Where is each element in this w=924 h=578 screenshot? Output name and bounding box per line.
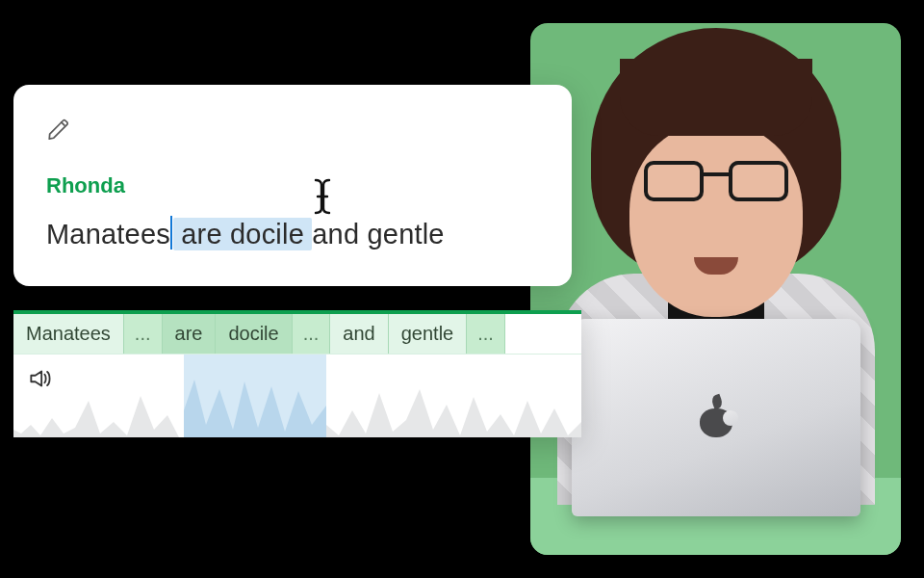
transcript-pre: Manatees	[46, 219, 170, 250]
word-row[interactable]: Manatees...aredocile...andgentle...	[13, 314, 581, 355]
apple-logo-icon	[700, 399, 732, 437]
word-cell[interactable]: gentle	[389, 314, 468, 354]
laptop	[572, 319, 860, 516]
text-cursor-icon	[311, 177, 334, 216]
person-illustration	[562, 28, 870, 278]
caret	[170, 216, 172, 250]
word-cell[interactable]: Manatees	[13, 314, 124, 354]
word-cell[interactable]: are	[163, 314, 217, 354]
waveform	[13, 372, 581, 437]
transcript-post: and gentle	[312, 219, 444, 250]
transcript-text[interactable]: Manatees are docile and gentle	[46, 216, 539, 253]
waveform-row[interactable]	[13, 355, 581, 437]
transcript-editor-card: Rhonda Manatees are docile and gentle	[13, 85, 572, 286]
word-cell[interactable]: and	[330, 314, 388, 354]
photo-panel	[530, 23, 901, 555]
timeline: Manatees...aredocile...andgentle...	[13, 310, 581, 437]
word-gap[interactable]: ...	[124, 314, 163, 354]
word-gap[interactable]: ...	[293, 314, 331, 354]
word-cell[interactable]: docile	[216, 314, 292, 354]
transcript-selection: are docile	[173, 218, 312, 250]
word-gap[interactable]: ...	[467, 314, 505, 354]
pencil-icon[interactable]	[46, 118, 71, 143]
speaker-name[interactable]: Rhonda	[46, 173, 539, 198]
